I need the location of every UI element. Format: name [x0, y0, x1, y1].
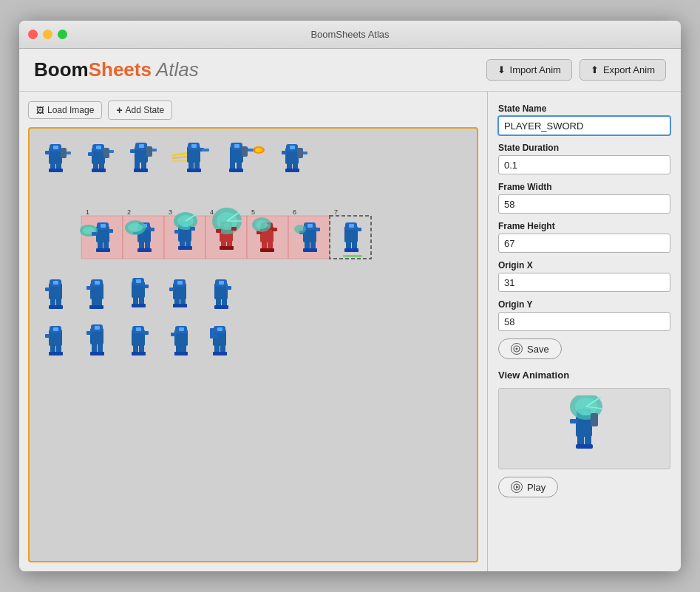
view-animation-title: View Animation	[498, 370, 670, 381]
svg-rect-174	[96, 305, 103, 309]
preview-sprite-svg	[555, 395, 614, 462]
svg-rect-178	[143, 285, 149, 288]
svg-rect-8	[49, 169, 56, 172]
svg-rect-185	[177, 281, 183, 285]
svg-rect-67	[297, 148, 303, 158]
window-title: BoomSheets Atlas	[310, 29, 389, 40]
svg-text:1: 1	[86, 208, 89, 216]
origin-x-label: Origin X	[498, 260, 670, 271]
svg-rect-249	[570, 419, 577, 423]
export-anim-label: Export Anim	[603, 64, 655, 75]
svg-rect-9	[55, 169, 63, 172]
import-anim-button[interactable]: Import Anim	[486, 59, 572, 81]
svg-rect-214	[97, 352, 104, 355]
add-state-button[interactable]: Add State	[108, 101, 172, 120]
svg-text:2: 2	[127, 208, 131, 216]
save-icon	[511, 343, 523, 355]
svg-text:6: 6	[293, 208, 296, 216]
svg-rect-123	[216, 229, 221, 233]
import-icon	[497, 64, 506, 75]
svg-rect-128	[226, 246, 234, 250]
header-actions: Import Anim Export Anim	[486, 59, 666, 81]
svg-rect-115	[185, 246, 192, 250]
svg-rect-55	[236, 169, 243, 172]
svg-rect-186	[169, 288, 174, 291]
svg-rect-221	[132, 352, 139, 355]
svg-rect-226	[171, 333, 176, 336]
svg-rect-111	[190, 227, 195, 231]
svg-rect-43	[187, 169, 194, 172]
state-name-input[interactable]	[498, 116, 670, 135]
sprite-canvas: 1 2 3 4 5 6 7	[30, 129, 477, 561]
svg-rect-189	[173, 304, 180, 307]
save-group: Save	[498, 338, 670, 359]
svg-rect-110	[174, 230, 180, 234]
svg-point-99	[128, 223, 143, 232]
app-header: BoomSheetsAtlas Import Anim Export Anim	[19, 49, 681, 92]
window-controls	[28, 30, 67, 39]
export-anim-button[interactable]: Export Anim	[580, 59, 666, 81]
origin-y-group: Origin Y	[498, 299, 670, 331]
svg-rect-217	[136, 327, 141, 331]
svg-rect-97	[149, 228, 154, 231]
animation-preview	[498, 388, 670, 469]
svg-rect-38	[191, 144, 197, 148]
svg-line-34	[172, 157, 187, 158]
svg-rect-193	[219, 281, 224, 285]
svg-point-145	[294, 225, 306, 234]
logo-sheets: Sheets	[89, 58, 152, 81]
svg-rect-206	[55, 352, 63, 355]
close-button[interactable]	[28, 30, 38, 39]
frame-height-group: Frame Height	[498, 221, 670, 253]
logo-boom: Boom	[34, 58, 89, 81]
maximize-button[interactable]	[58, 30, 67, 39]
svg-point-51	[255, 148, 262, 152]
origin-y-label: Origin Y	[498, 299, 670, 310]
sprite-canvas-wrapper[interactable]: 1 2 3 4 5 6 7	[28, 127, 478, 562]
svg-rect-47	[234, 144, 239, 148]
svg-rect-169	[95, 281, 100, 285]
play-label: Play	[527, 482, 546, 493]
add-state-label: Add State	[126, 105, 165, 115]
state-duration-input[interactable]	[498, 155, 670, 174]
svg-text:5: 5	[251, 208, 255, 216]
svg-rect-127	[220, 246, 227, 250]
svg-rect-210	[86, 331, 92, 335]
svg-rect-201	[53, 327, 58, 331]
origin-x-input[interactable]	[498, 273, 670, 292]
svg-rect-222	[138, 352, 146, 355]
svg-rect-177	[136, 279, 141, 283]
play-button[interactable]: Play	[498, 477, 558, 497]
svg-rect-156	[344, 248, 352, 252]
svg-rect-225	[179, 327, 184, 331]
svg-text:7: 7	[334, 208, 338, 216]
svg-rect-197	[214, 305, 222, 309]
svg-rect-102	[137, 248, 145, 252]
state-name-group: State Name	[498, 103, 670, 135]
save-button[interactable]: Save	[498, 338, 562, 359]
minimize-button[interactable]	[43, 30, 52, 39]
load-image-button[interactable]: Load Image	[28, 101, 102, 119]
svg-rect-162	[45, 288, 50, 291]
svg-rect-138	[260, 248, 268, 252]
frame-width-input[interactable]	[498, 194, 670, 214]
svg-rect-20	[98, 169, 106, 172]
svg-rect-32	[146, 146, 152, 157]
svg-rect-114	[178, 246, 186, 250]
load-image-label: Load Image	[47, 105, 94, 115]
svg-rect-209	[95, 326, 100, 330]
svg-rect-21	[103, 148, 109, 158]
svg-marker-257	[516, 486, 519, 489]
svg-rect-2	[53, 146, 58, 149]
svg-rect-173	[89, 305, 97, 309]
state-duration-group: State Duration	[498, 143, 670, 174]
svg-text:3: 3	[169, 208, 172, 216]
svg-rect-103	[144, 248, 152, 252]
svg-rect-239	[210, 328, 214, 338]
toolbar: Load Image Add State	[28, 101, 478, 120]
origin-y-input[interactable]	[498, 312, 670, 331]
frame-height-input[interactable]	[498, 234, 670, 253]
svg-rect-65	[285, 169, 293, 172]
svg-point-135	[256, 220, 268, 229]
svg-rect-165	[49, 305, 56, 309]
